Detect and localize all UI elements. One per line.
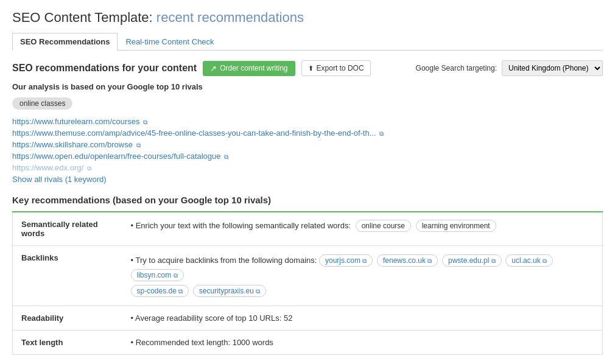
tab-bar: SEO Recommendations Real-time Content Ch… xyxy=(12,33,603,51)
external-link-icon: ⧉ xyxy=(224,153,228,161)
rival-link-2[interactable]: https://www.themuse.com/amp/advice/45-fr… xyxy=(12,128,376,138)
rival-link-1[interactable]: https://www.futurelearn.com/courses xyxy=(12,117,140,126)
domain-libsyn[interactable]: libsyn.com ⧉ xyxy=(131,269,184,281)
export-to-doc-button[interactable]: ⬆ Export to DOC xyxy=(301,60,371,76)
rival-link-5[interactable]: https://www.edx.org/ xyxy=(12,163,83,172)
tag-learning-environment: learning environment xyxy=(416,220,496,232)
section-header: SEO recommendations for your content ↗ O… xyxy=(12,60,603,76)
domain-pwste[interactable]: pwste.edu.pl ⧉ xyxy=(442,254,502,267)
export-icon: ⬆ xyxy=(308,65,314,72)
row-content-readability: • Average readability score of top 10 UR… xyxy=(122,306,603,331)
tab-realtime-content-check[interactable]: Real-time Content Check xyxy=(118,33,222,51)
list-item: https://www.skillshare.com/browse ⧉ xyxy=(12,140,603,149)
rival-link-3[interactable]: https://www.skillshare.com/browse xyxy=(12,140,133,149)
table-row-readability: Readability • Average readability score … xyxy=(13,306,603,331)
domain-securitypraxis[interactable]: securitypraxis.eu ⧉ xyxy=(193,285,266,297)
google-targeting-label: Google Search targeting: xyxy=(416,64,497,72)
external-link-icon: ⧉ xyxy=(136,142,141,149)
order-button-label: Order content writing xyxy=(220,64,287,72)
domain-fenews[interactable]: fenews.co.uk ⧉ xyxy=(377,254,438,267)
analysis-text: Our analysis is based on your Google top… xyxy=(12,82,603,91)
rival-link-4[interactable]: https://www.open.edu/openlearn/free-cour… xyxy=(12,152,221,161)
list-item: https://www.themuse.com/amp/advice/45-fr… xyxy=(12,128,603,138)
google-targeting-select[interactable]: United Kingdom (Phone) United States (De… xyxy=(502,60,603,76)
page-title-highlight: recent recommendations xyxy=(156,10,304,25)
page-title-static: SEO Content Template: xyxy=(12,10,153,25)
row-content-text-length: • Recommended text length: 1000 words xyxy=(122,331,603,355)
section-heading: SEO recommendations for your content xyxy=(12,63,197,74)
table-row-text-length: Text length • Recommended text length: 1… xyxy=(13,331,603,355)
page-title: SEO Content Template: recent recommendat… xyxy=(12,10,603,26)
order-content-writing-button[interactable]: ↗ Order content writing xyxy=(203,61,295,76)
domain-ucl[interactable]: ucl.ac.uk ⧉ xyxy=(505,254,553,267)
order-icon: ↗ xyxy=(210,64,217,73)
keyword-tag: online classes xyxy=(12,97,72,110)
row-label-semantically: Semantically related words xyxy=(13,212,122,246)
key-recs-title: Key recommendations (based on your Googl… xyxy=(12,195,603,205)
external-link-icon: ⧉ xyxy=(379,130,384,138)
domain-yourjs[interactable]: yourjs.com ⧉ xyxy=(319,254,373,267)
rivals-list: https://www.futurelearn.com/courses ⧉ ht… xyxy=(12,117,603,172)
show-all-rivals-link[interactable]: Show all rivals (1 keyword) xyxy=(12,175,107,184)
export-button-label: Export to DOC xyxy=(317,64,364,72)
table-row-semantically: Semantically related words • Enrich your… xyxy=(13,212,603,246)
row-content-semantically: • Enrich your text with the following se… xyxy=(122,212,603,246)
row-content-backlinks: • Try to acquire backlinks from the foll… xyxy=(122,246,603,306)
list-item: https://www.open.edu/openlearn/free-cour… xyxy=(12,152,603,161)
domain-spcodes[interactable]: sp-codes.de ⧉ xyxy=(131,285,189,297)
list-item: https://www.edx.org/ ⧉ xyxy=(12,163,603,172)
row-label-readability: Readability xyxy=(13,306,122,331)
tag-online-course: online course xyxy=(356,220,411,232)
external-link-icon: ⧉ xyxy=(87,165,91,172)
row-label-backlinks: Backlinks xyxy=(13,246,122,306)
tab-seo-recommendations[interactable]: SEO Recommendations xyxy=(12,33,118,51)
recommendations-table: Semantically related words • Enrich your… xyxy=(12,211,603,355)
table-row-backlinks: Backlinks • Try to acquire backlinks fro… xyxy=(13,246,603,306)
list-item: https://www.futurelearn.com/courses ⧉ xyxy=(12,117,603,126)
google-targeting: Google Search targeting: United Kingdom … xyxy=(416,60,603,76)
external-link-icon: ⧉ xyxy=(143,119,147,126)
row-label-text-length: Text length xyxy=(13,331,122,355)
